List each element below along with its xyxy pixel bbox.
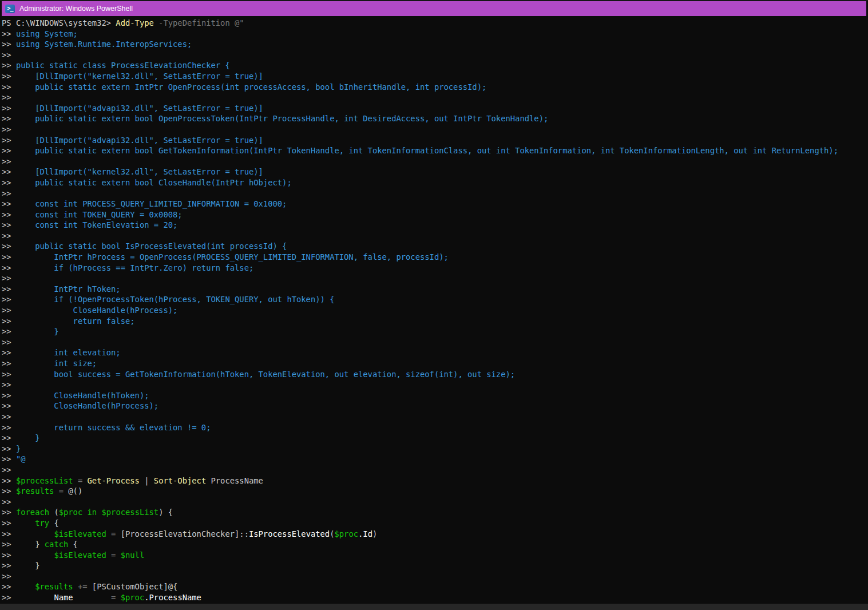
console-line: >> [DllImport("kernel32.dll", SetLastErr…	[2, 71, 868, 82]
console-line: >> public static extern bool CloseHandle…	[2, 177, 868, 188]
powershell-window: { "window": { "title": "Administrator: W…	[0, 0, 868, 610]
console-line: >>	[2, 188, 868, 199]
console-line: >> bool success = GetTokenInformation(hT…	[2, 369, 868, 380]
console-line: >> return false;	[2, 316, 868, 327]
console-line: >> [DllImport("advapi32.dll", SetLastErr…	[2, 135, 868, 146]
console-line: >> CloseHandle(hProcess);	[2, 401, 868, 411]
console-line: >> CloseHandle(hToken);	[2, 390, 868, 401]
console-line: >>	[2, 156, 868, 167]
console-line: >> int elevation;	[2, 347, 868, 358]
console-line: >> public static class ProcessElevationC…	[2, 60, 868, 71]
console-line: >> $results = @()	[2, 486, 868, 497]
console-line: >> try {	[2, 518, 868, 529]
console-line: >>	[2, 124, 868, 135]
console-line: >>	[2, 92, 868, 103]
console-line: >> }	[2, 326, 868, 337]
title-bar[interactable]: >_ Administrator: Windows PowerShell	[2, 1, 866, 16]
console-line: >> "@	[2, 454, 868, 465]
console-line: >> foreach ($proc in $processList) {	[2, 507, 868, 518]
console-line: >>	[2, 50, 868, 61]
console-line: >> public static extern bool OpenProcess…	[2, 113, 868, 124]
console-line: PS C:\WINDOWS\system32> Add-Type -TypeDe…	[2, 18, 868, 29]
console-line: >> } catch {	[2, 539, 868, 550]
console-line: >>	[2, 497, 868, 508]
console-line: >>	[2, 465, 868, 476]
console-line: >> public static extern bool GetTokenInf…	[2, 145, 868, 156]
console-line: >> using System.Runtime.InteropServices;	[2, 39, 868, 50]
console-line: >> const int TOKEN_QUERY = 0x0008;	[2, 209, 868, 220]
console-line: >> return success && elevation != 0;	[2, 422, 868, 433]
console-line: >> if (!OpenProcessToken(hProcess, TOKEN…	[2, 294, 868, 305]
console-line: >> IntPtr hProcess = OpenProcess(PROCESS…	[2, 252, 868, 263]
console-line: >> public static bool IsProcessElevated(…	[2, 241, 868, 252]
console-line: >> }	[2, 560, 868, 571]
horizontal-scrollbar[interactable]	[0, 604, 868, 610]
console-line: >> $processList = Get-Process | Sort-Obj…	[2, 476, 868, 486]
console-line: >>	[2, 337, 868, 348]
console-line: >>	[2, 411, 868, 422]
console-line: >>	[2, 231, 868, 241]
console-line: >> }	[2, 443, 868, 454]
console-line: >> }	[2, 433, 868, 443]
console-line: >> IntPtr hToken;	[2, 284, 868, 295]
console-line: >> int size;	[2, 358, 868, 369]
console-line: >> public static extern IntPtr OpenProce…	[2, 82, 868, 93]
console-output[interactable]: PS C:\WINDOWS\system32> Add-Type -TypeDe…	[0, 16, 868, 604]
console-line: >> $isElevated = $null	[2, 550, 868, 561]
console-line: >>	[2, 379, 868, 390]
console-line: >>	[2, 273, 868, 284]
console-line: >> [DllImport("kernel32.dll", SetLastErr…	[2, 167, 868, 177]
console-line: >> const int PROCESS_QUERY_LIMITED_INFOR…	[2, 199, 868, 209]
console-line: >> CloseHandle(hProcess);	[2, 305, 868, 316]
window-title: Administrator: Windows PowerShell	[19, 5, 133, 13]
console-line: >> $results += [PSCustomObject]@{	[2, 581, 868, 592]
console-line: >> const int TokenElevation = 20;	[2, 220, 868, 231]
console-line: >> [DllImport("advapi32.dll", SetLastErr…	[2, 103, 868, 114]
console-line: >> using System;	[2, 29, 868, 39]
console-line: >> Name = $proc.ProcessName	[2, 592, 868, 603]
console-line: >> if (hProcess == IntPtr.Zero) return f…	[2, 263, 868, 274]
console-line: >>	[2, 571, 868, 582]
console-line: >> $isElevated = [ProcessElevationChecke…	[2, 529, 868, 540]
powershell-icon: >_	[5, 5, 15, 13]
